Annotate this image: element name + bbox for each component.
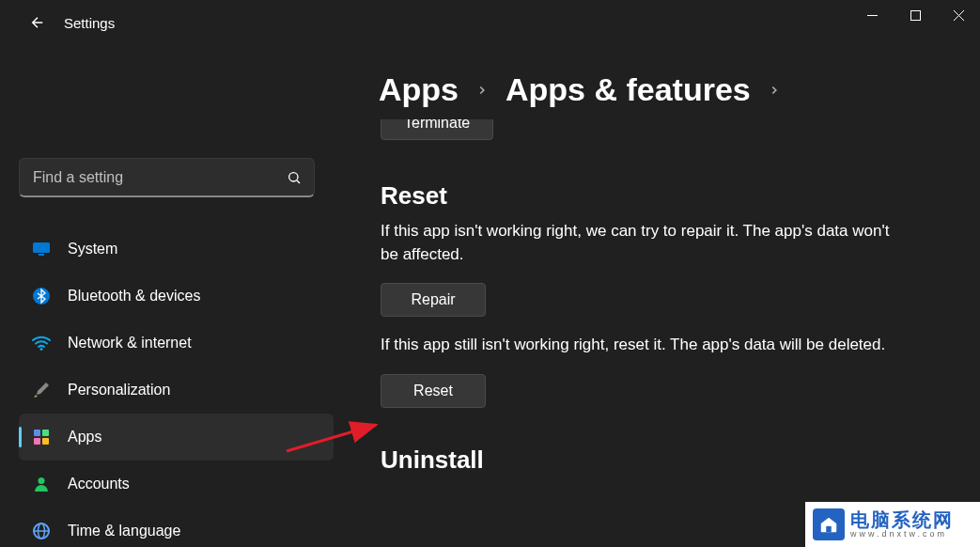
chevron-right-icon (768, 84, 781, 97)
maximize-button[interactable] (894, 0, 937, 30)
sidebar-item-system[interactable]: System (19, 226, 334, 273)
globe-icon (32, 522, 51, 540)
reset-description: If this app still isn't working right, r… (381, 334, 942, 357)
sidebar: System Bluetooth & devices Network & int… (0, 45, 334, 547)
svg-rect-1 (910, 10, 920, 20)
reset-button[interactable]: Reset (381, 374, 486, 408)
svg-point-14 (39, 477, 45, 484)
svg-rect-20 (826, 526, 832, 532)
sidebar-item-label: Apps (68, 429, 101, 445)
repair-description: If this app isn't working right, we can … (381, 220, 907, 266)
close-icon (954, 10, 964, 21)
svg-rect-7 (39, 254, 44, 256)
watermark-url: www.dnxtw.com (850, 530, 954, 539)
svg-rect-13 (42, 438, 49, 445)
search-input[interactable] (19, 158, 315, 197)
close-button[interactable] (937, 0, 980, 30)
back-arrow-icon (29, 14, 46, 31)
repair-button[interactable]: Repair (381, 283, 486, 317)
chevron-right-icon (475, 84, 489, 97)
svg-point-9 (40, 348, 43, 351)
sidebar-item-time-language[interactable]: Time & language (19, 508, 334, 547)
sidebar-item-label: System (68, 241, 117, 258)
minimize-button[interactable] (850, 0, 894, 30)
minimize-icon (867, 10, 878, 21)
brush-icon (32, 381, 51, 399)
sidebar-item-network[interactable]: Network & internet (19, 320, 334, 367)
search-icon (287, 170, 302, 185)
watermark-logo-icon (813, 508, 845, 540)
window-controls (850, 0, 980, 30)
breadcrumb: Apps Apps & features (379, 71, 942, 108)
bluetooth-icon (32, 287, 51, 305)
sidebar-item-accounts[interactable]: Accounts (19, 461, 334, 508)
sidebar-item-apps[interactable]: Apps (19, 414, 334, 461)
monitor-icon (32, 240, 51, 258)
back-button[interactable] (19, 4, 56, 41)
main-content: Apps Apps & features Terminate Reset If … (334, 45, 980, 547)
breadcrumb-root[interactable]: Apps (379, 71, 459, 108)
wifi-icon (32, 334, 51, 352)
watermark-title: 电脑系统网 (850, 509, 954, 530)
svg-rect-12 (34, 438, 40, 445)
nav-list: System Bluetooth & devices Network & int… (19, 226, 334, 547)
watermark: 电脑系统网 www.dnxtw.com (805, 502, 980, 547)
uninstall-heading: Uninstall (381, 445, 942, 475)
apps-icon (32, 428, 51, 446)
breadcrumb-page[interactable]: Apps & features (506, 71, 751, 108)
terminate-button[interactable]: Terminate (381, 119, 493, 140)
svg-line-5 (297, 180, 300, 183)
titlebar: Settings (0, 0, 980, 45)
sidebar-item-personalization[interactable]: Personalization (19, 367, 334, 414)
reset-heading: Reset (381, 181, 942, 211)
svg-rect-6 (33, 242, 50, 253)
sidebar-item-label: Accounts (68, 476, 130, 492)
svg-rect-10 (34, 430, 40, 436)
sidebar-item-label: Bluetooth & devices (68, 288, 200, 305)
svg-point-4 (289, 173, 298, 181)
sidebar-item-label: Time & language (68, 523, 180, 539)
sidebar-item-bluetooth[interactable]: Bluetooth & devices (19, 273, 334, 320)
search-container (19, 158, 315, 197)
sidebar-item-label: Personalization (68, 382, 170, 399)
svg-rect-11 (42, 430, 49, 436)
maximize-icon (910, 10, 921, 21)
sidebar-item-label: Network & internet (68, 335, 192, 352)
account-icon (32, 475, 51, 493)
app-title: Settings (64, 15, 115, 31)
